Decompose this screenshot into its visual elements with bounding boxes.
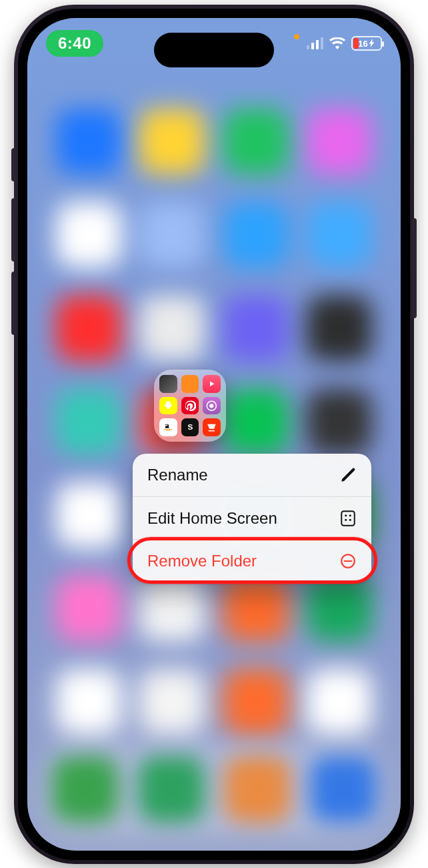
cellular-signal-icon bbox=[307, 37, 323, 49]
menu-item-label: Edit Home Screen bbox=[147, 509, 277, 528]
folder-app-icon bbox=[203, 418, 221, 436]
volume-up-button[interactable] bbox=[11, 198, 17, 262]
menu-item-remove-folder[interactable]: Remove Folder bbox=[133, 539, 371, 582]
svg-point-4 bbox=[345, 514, 347, 516]
folder-app-icon bbox=[159, 418, 177, 436]
status-time-pill[interactable]: 6:40 bbox=[46, 30, 103, 57]
folder-app-icon bbox=[159, 397, 177, 415]
device-bezel: 6:40 16 bbox=[18, 9, 410, 860]
status-bar: 6:40 16 bbox=[27, 23, 401, 63]
folder-app-icon bbox=[181, 397, 199, 415]
menu-item-label: Remove Folder bbox=[147, 552, 257, 570]
folder-app-icon bbox=[203, 375, 221, 393]
focused-folder[interactable]: S bbox=[154, 370, 234, 442]
svg-point-7 bbox=[349, 518, 351, 520]
dock-blurred bbox=[42, 743, 386, 836]
svg-point-1 bbox=[210, 404, 214, 408]
apps-icon bbox=[339, 510, 357, 527]
menu-item-edit-home-screen[interactable]: Edit Home Screen bbox=[133, 496, 371, 539]
folder-app-icon bbox=[203, 397, 221, 415]
folder-app-icon bbox=[181, 375, 199, 393]
power-button[interactable] bbox=[411, 218, 417, 318]
screen: 6:40 16 bbox=[27, 18, 401, 851]
menu-item-rename[interactable]: Rename bbox=[133, 454, 371, 496]
svg-text:S: S bbox=[187, 423, 193, 432]
battery-percent: 16 bbox=[358, 39, 367, 49]
silence-switch[interactable] bbox=[11, 148, 17, 181]
wifi-icon bbox=[329, 37, 345, 49]
minus-circle-icon bbox=[339, 552, 357, 570]
volume-down-button[interactable] bbox=[11, 272, 17, 335]
folder-app-icon: S bbox=[181, 418, 199, 436]
folder-context-menu: Rename Edit Home Screen Remove Folder bbox=[133, 454, 371, 582]
iphone-frame: 6:40 16 bbox=[14, 5, 414, 864]
menu-item-label: Rename bbox=[147, 466, 208, 484]
battery-indicator: 16 bbox=[351, 36, 382, 51]
svg-rect-3 bbox=[341, 511, 355, 526]
svg-point-5 bbox=[349, 514, 351, 516]
charging-bolt-icon bbox=[369, 39, 375, 47]
svg-point-6 bbox=[345, 518, 347, 520]
folder-app-icon bbox=[159, 375, 177, 393]
mic-active-dot-icon bbox=[294, 34, 299, 39]
pencil-icon bbox=[339, 466, 357, 484]
